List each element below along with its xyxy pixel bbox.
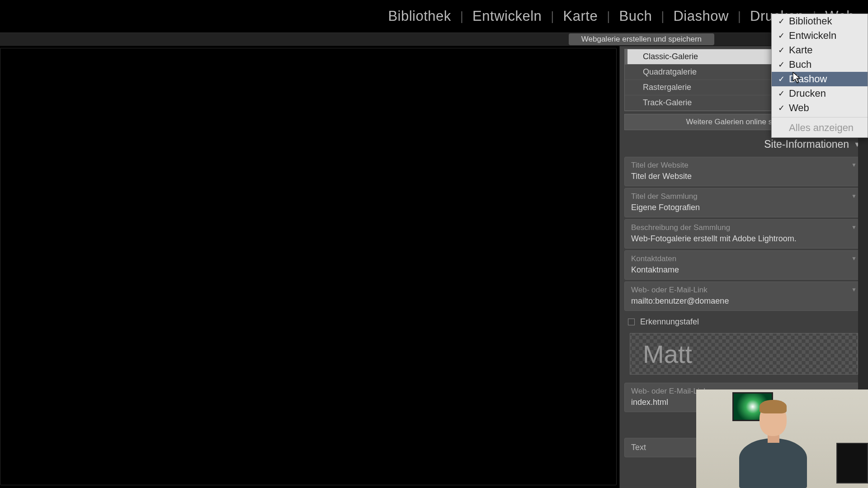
site-title-label: Titel der Website [631, 161, 857, 170]
module-picker: Bibliothek | Entwickeln | Karte | Buch |… [0, 0, 868, 33]
contact-value[interactable]: Kontaktname [631, 265, 857, 275]
check-icon: ✓ [778, 16, 785, 26]
menu-item-buch[interactable]: ✓Buch [772, 57, 868, 72]
web-preview-canvas [0, 48, 617, 485]
chevron-down-icon[interactable]: ▼ [851, 162, 857, 168]
collection-title-label: Titel der Sammlung [631, 192, 857, 201]
nav-karte[interactable]: Karte [554, 8, 607, 24]
nav-buch[interactable]: Buch [610, 8, 661, 24]
collection-desc-value[interactable]: Web-Fotogalerie erstellt mit Adobe Light… [631, 234, 857, 244]
menu-item-diashow[interactable]: ✓Diashow [772, 72, 868, 86]
field-web-mail[interactable]: Web- oder E-Mail-Link mailto:benutzer@do… [624, 282, 863, 311]
menu-item-karte[interactable]: ✓Karte [772, 43, 868, 57]
chevron-down-icon[interactable]: ▼ [851, 224, 857, 230]
webcam-overlay [696, 389, 868, 488]
color-text-label: Text [631, 443, 646, 452]
identity-plate-checkbox[interactable] [628, 319, 635, 325]
check-icon: ✓ [778, 45, 785, 55]
field-contact[interactable]: Kontaktdaten Kontaktname ▼ [624, 250, 863, 280]
menu-item-show-all[interactable]: Alles anzeigen [772, 119, 868, 137]
menu-item-entwickeln[interactable]: ✓Entwickeln [772, 28, 868, 43]
chevron-down-icon[interactable]: ▼ [851, 286, 857, 293]
nav-diashow[interactable]: Diashow [664, 8, 737, 24]
identity-plate-text: Matt [643, 339, 692, 369]
monitor-prop [836, 443, 868, 483]
web-mail-label: Web- oder E-Mail-Link [631, 286, 857, 295]
web-toolbar: Webgalerie erstellen und speichern [0, 33, 868, 46]
field-collection-title[interactable]: Titel der Sammlung Eigene Fotografien ▼ [624, 188, 863, 217]
menu-item-drucken[interactable]: ✓Drucken [772, 86, 868, 101]
module-visibility-menu: ✓Bibliothek ✓Entwickeln ✓Karte ✓Buch ✓Di… [771, 14, 868, 138]
create-save-gallery-button[interactable]: Webgalerie erstellen und speichern [569, 33, 714, 45]
check-icon: ✓ [778, 60, 785, 70]
identity-plate-preview[interactable]: Matt [630, 333, 858, 375]
identity-plate-label: Erkennungstafel [640, 317, 699, 327]
check-icon: ✓ [778, 103, 785, 113]
site-title-value[interactable]: Titel der Website [631, 172, 857, 181]
web-mail-value[interactable]: mailto:benutzer@domaene [631, 296, 857, 306]
check-icon: ✓ [778, 31, 785, 41]
menu-item-bibliothek[interactable]: ✓Bibliothek [772, 14, 868, 28]
field-site-title[interactable]: Titel der Website Titel der Website ▼ [624, 157, 863, 186]
nav-bibliothek[interactable]: Bibliothek [379, 8, 460, 24]
collection-title-value[interactable]: Eigene Fotografien [631, 203, 857, 212]
field-collection-desc[interactable]: Beschreibung der Sammlung Web-Fotogaleri… [624, 219, 863, 249]
section-site-info-label: Site-Informationen [764, 138, 849, 150]
collection-desc-label: Beschreibung der Sammlung [631, 223, 857, 232]
check-icon: ✓ [778, 74, 785, 84]
chevron-down-icon[interactable]: ▼ [851, 193, 857, 199]
identity-plate-row: Erkennungstafel [620, 313, 868, 331]
nav-entwickeln[interactable]: Entwickeln [463, 8, 551, 24]
person [739, 438, 807, 488]
chevron-down-icon[interactable]: ▼ [851, 255, 857, 262]
menu-separator [772, 117, 868, 117]
check-icon: ✓ [778, 89, 785, 99]
menu-item-web[interactable]: ✓Web [772, 101, 868, 115]
contact-label: Kontaktdaten [631, 254, 857, 263]
